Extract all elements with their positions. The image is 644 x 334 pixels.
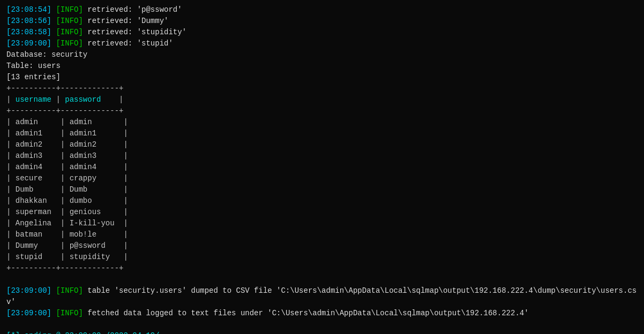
info-tag-1: [INFO] <box>56 5 83 14</box>
post-log-line-2: [23:09:00] [INFO] fetched data logged to… <box>6 308 638 319</box>
timestamp-1: [23:08:54] <box>6 5 51 14</box>
info-tag-4: [INFO] <box>56 39 83 48</box>
table-header-row: | username | password | <box>6 94 638 105</box>
table-row: | Dumb | Dumb | <box>6 184 638 195</box>
post-timestamp-2: [23:09:00] <box>6 309 51 317</box>
ending-line: [*] ending @ 23:09:00 /2022-04-19/ <box>6 330 638 334</box>
log-line-2: [23:08:56] [INFO] retrieved: 'Dummy' <box>6 16 638 27</box>
post-timestamp-1: [23:09:00] <box>6 286 51 295</box>
table-row: | Angelina | I-kill-you | <box>6 218 638 229</box>
post-msg-1: table 'security.users' dumped to CSV fil… <box>6 286 636 306</box>
post-info-2: [INFO] <box>56 309 83 317</box>
log-msg-3: retrieved: 'stupidity' <box>83 28 186 36</box>
table-row: | secure | crappy | <box>6 173 638 184</box>
table-row: | admin1 | admin1 | <box>6 128 638 139</box>
table-row: | admin | admin | <box>6 117 638 128</box>
table-row: | admin2 | admin2 | <box>6 139 638 150</box>
table-border-top: +----------+-------------+ <box>6 83 638 94</box>
table-row: | stupid | stupidity | <box>6 252 638 263</box>
info-tag-2: [INFO] <box>56 17 83 25</box>
log-line-1: [23:08:54] [INFO] retrieved: 'p@ssword' <box>6 4 638 16</box>
log-msg-4: retrieved: 'stupid' <box>83 39 173 48</box>
table-info: Table: users <box>6 60 638 72</box>
timestamp-3: [23:08:58] <box>6 28 51 36</box>
table-row: | admin3 | admin3 | <box>6 150 638 162</box>
post-log-line-1: [23:09:00] [INFO] table 'security.users'… <box>6 285 638 308</box>
log-line-3: [23:08:58] [INFO] retrieved: 'stupidity' <box>6 27 638 38</box>
entries-info: [13 entries] <box>6 72 638 83</box>
blank-line <box>6 274 638 285</box>
table-row: | admin4 | admin4 | <box>6 162 638 173</box>
timestamp-2: [23:08:56] <box>6 17 51 25</box>
table-row: | Dummy | p@ssword | <box>6 240 638 252</box>
table-border-bot: +----------+-------------+ <box>6 263 638 274</box>
log-line-4: [23:09:00] [INFO] retrieved: 'stupid' <box>6 38 638 49</box>
database-info: Database: security <box>6 49 638 60</box>
timestamp-4: [23:09:00] <box>6 39 51 48</box>
table-row: | batman | mob!le | <box>6 229 638 240</box>
post-msg-2: fetched data logged to text files under … <box>83 309 529 317</box>
table-border-mid: +----------+-------------+ <box>6 105 638 117</box>
terminal: [23:08:54] [INFO] retrieved: 'p@ssword' … <box>6 4 638 334</box>
info-tag-3: [INFO] <box>56 28 83 36</box>
table-row: | dhakkan | dumbo | <box>6 195 638 207</box>
table-row: | superman | genious | <box>6 207 638 218</box>
log-msg-1: retrieved: 'p@ssword' <box>83 5 182 14</box>
log-msg-2: retrieved: 'Dummy' <box>83 17 169 25</box>
post-info-1: [INFO] <box>56 286 83 295</box>
blank-line-2 <box>6 319 638 330</box>
